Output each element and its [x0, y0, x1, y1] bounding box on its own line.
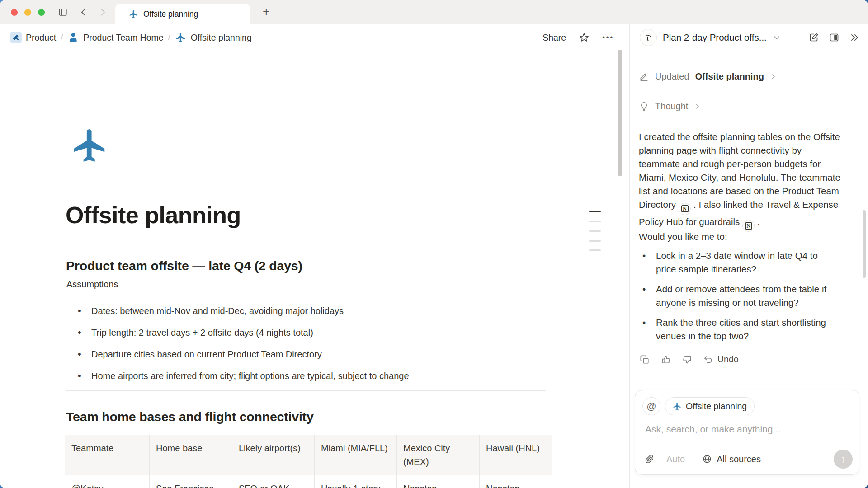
breadcrumb-label: Product [26, 33, 56, 43]
table-cell[interactable]: Usually 1-stop; [315, 475, 397, 488]
chevron-down-icon[interactable] [773, 33, 781, 42]
list-item[interactable]: Dates: between mid-Nov and mid-Dec, avoi… [76, 300, 409, 322]
thumbs-up-icon[interactable] [661, 355, 671, 365]
notion-page-icon[interactable]: N [679, 203, 691, 215]
table-cell[interactable]: SFO or OAK [232, 475, 315, 488]
list-item[interactable]: Departure cities based on current Produc… [76, 343, 409, 365]
context-chip-offsite-planning[interactable]: Offsite planning [665, 397, 755, 415]
ai-prompt-input[interactable] [645, 424, 844, 435]
chevron-right-icon [694, 103, 701, 110]
breadcrumb-item-offsite-planning[interactable]: Offsite planning [175, 32, 252, 43]
globe-icon [702, 454, 712, 464]
person-icon [67, 32, 79, 43]
chevron-right-icon [770, 73, 777, 80]
new-chat-icon[interactable] [808, 32, 819, 43]
plane-icon [673, 402, 682, 411]
ai-thread-title[interactable]: Plan 2-day Product offs... [663, 32, 767, 43]
outline-dash [589, 211, 601, 212]
share-button[interactable]: Share [542, 33, 566, 43]
outline-indicator[interactable] [589, 211, 601, 259]
list-item[interactable]: Add or remove attendees from the table i… [639, 282, 836, 310]
column-header[interactable]: Home base [150, 435, 232, 475]
table-row: @Katsu San Francisco SFO or OAK Usually … [65, 475, 552, 488]
table-header-row: Teammate Home base Likely airport(s) Mia… [65, 435, 552, 475]
new-tab-button[interactable]: + [259, 4, 274, 19]
hammer-icon [10, 32, 22, 43]
undo-label: Undo [717, 354, 739, 365]
close-window-button[interactable] [11, 9, 18, 16]
section-heading-offsite[interactable]: Product team offsite — late Q4 (2 days) [66, 258, 302, 273]
notion-page-icon[interactable]: N [742, 220, 755, 232]
panel-layout-icon[interactable] [829, 32, 840, 43]
breadcrumb-separator: / [61, 33, 63, 42]
breadcrumb: Product / Product Team Home / [10, 32, 252, 43]
breadcrumb-item-product-team-home[interactable]: Product Team Home [67, 32, 163, 43]
header-actions: Share ••• [542, 32, 614, 43]
updated-page-name: Offsite planning [695, 71, 764, 82]
ai-composer[interactable]: @ Offsite planning Auto [635, 390, 859, 475]
flight-connectivity-table[interactable]: Teammate Home base Likely airport(s) Mia… [65, 435, 552, 488]
outline-dash [589, 230, 601, 232]
tab-bar: Offsite planning + [0, 0, 868, 24]
context-chip-label: Offsite planning [686, 401, 747, 412]
outline-dash [589, 221, 601, 222]
document-scrollbar[interactable] [618, 50, 622, 176]
ai-panel: Plan 2-day Product offs... [629, 24, 868, 488]
minimize-window-button[interactable] [24, 9, 31, 16]
notion-logo-glyph: N [681, 205, 689, 212]
table-cell[interactable]: Nonstop [480, 475, 552, 488]
plane-icon [175, 32, 187, 43]
all-sources-label: All sources [717, 454, 761, 465]
updated-page-row[interactable]: Updated Offsite planning [639, 71, 777, 82]
ai-panel-scrollbar[interactable] [863, 210, 866, 278]
lightbulb-icon [639, 101, 649, 112]
back-icon[interactable] [79, 7, 89, 17]
table-cell[interactable]: San Francisco [150, 475, 232, 488]
table-cell[interactable]: @Katsu [65, 475, 150, 488]
list-item[interactable]: Home airports are inferred from city; fl… [76, 365, 409, 387]
column-header[interactable]: Teammate [65, 435, 150, 475]
breadcrumb-separator: / [168, 33, 170, 42]
document-area: Product / Product Team Home / [0, 24, 629, 488]
app-window: Offsite planning + Product / [0, 0, 868, 488]
breadcrumb-item-product[interactable]: Product [10, 32, 56, 43]
ai-panel-header: Plan 2-day Product offs... [630, 24, 868, 51]
favorite-star-icon[interactable] [579, 32, 590, 43]
send-button[interactable]: ↑ [834, 450, 853, 469]
column-header[interactable]: Mexico City (MEX) [397, 435, 480, 475]
column-header[interactable]: Hawaii (HNL) [480, 435, 552, 475]
more-options-icon[interactable]: ••• [602, 33, 614, 42]
tab-offsite-planning[interactable]: Offsite planning [115, 4, 250, 24]
attachment-icon[interactable] [644, 454, 655, 465]
column-header[interactable]: Likely airport(s) [232, 435, 315, 475]
message-action-row: Undo [640, 354, 739, 365]
table-cell[interactable]: Nonstop [397, 475, 480, 488]
mention-button[interactable]: @ [642, 397, 660, 415]
page-title[interactable]: Offsite planning [66, 202, 241, 229]
collapse-panel-icon[interactable] [849, 32, 860, 43]
forward-icon [98, 7, 108, 17]
outline-dash [589, 240, 601, 242]
copy-icon[interactable] [640, 355, 650, 365]
desktop: Offsite planning + Product / [0, 0, 868, 488]
undo-arrow-icon [703, 355, 713, 365]
list-item[interactable]: Rank the three cities and start shortlis… [639, 316, 836, 343]
message-text: . [757, 216, 760, 227]
thumbs-down-icon[interactable] [682, 355, 692, 365]
list-item[interactable]: Lock in a 2–3 date window in late Q4 to … [639, 249, 836, 276]
breadcrumb-label: Offsite planning [191, 33, 252, 43]
thought-row[interactable]: Thought [639, 101, 701, 112]
assumptions-label[interactable]: Assumptions [66, 279, 118, 290]
sidebar-toggle-icon[interactable] [58, 7, 68, 17]
page-icon-plane[interactable] [71, 126, 109, 165]
section-heading-flight-connectivity[interactable]: Team home bases and flight connectivity [66, 409, 314, 424]
all-sources-selector[interactable]: All sources [702, 454, 761, 465]
undo-button[interactable]: Undo [703, 354, 739, 365]
list-item[interactable]: Trip length: 2 travel days + 2 offsite d… [76, 322, 409, 343]
zoom-window-button[interactable] [38, 9, 45, 16]
horizontal-divider [66, 390, 546, 391]
notion-ai-face-icon [640, 29, 657, 46]
column-header[interactable]: Miami (MIA/FLL) [315, 435, 397, 475]
message-text: I created the offsite planning tables on… [639, 131, 840, 210]
auto-mode-selector[interactable]: Auto [666, 454, 685, 465]
